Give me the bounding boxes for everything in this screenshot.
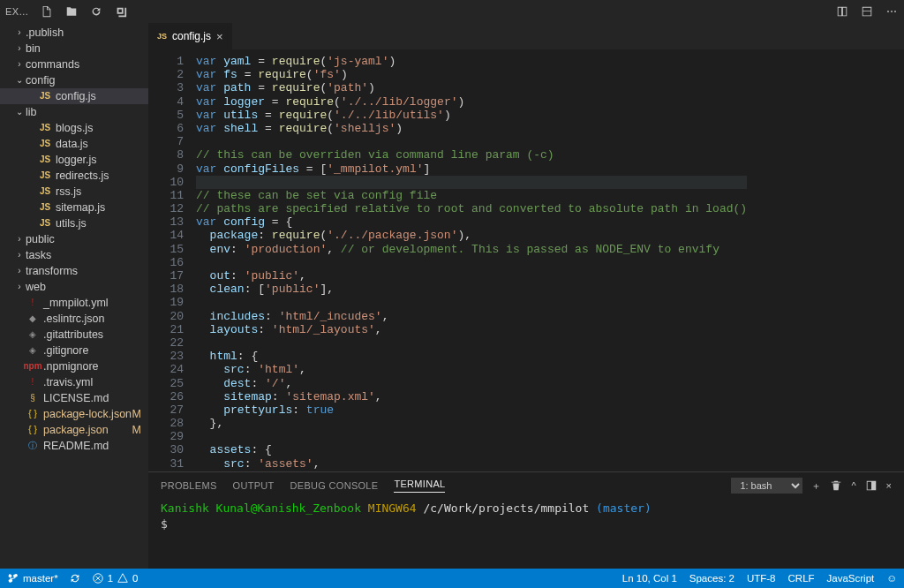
terminal-shell-select[interactable]: 1: bash [731,478,802,494]
code-line[interactable]: dest: '/', [196,377,747,390]
git-branch[interactable]: master* [7,572,58,584]
file-package-lock-json[interactable]: { }package-lock.jsonM [0,406,148,422]
feedback-icon[interactable]: ☺ [886,573,897,584]
code-line[interactable]: var path = require('path') [196,81,747,94]
tab-problems[interactable]: PROBLEMS [161,480,217,491]
cursor-position[interactable]: Ln 10, Col 1 [622,573,677,584]
folder-public[interactable]: ›public [0,231,148,247]
code-line[interactable]: var yaml = require('js-yaml') [196,55,747,68]
code-line[interactable]: src: 'html', [196,363,747,376]
file-explorer[interactable]: ›.publish›bin›commands⌄configJSconfig.js… [0,23,148,569]
tab-debug-console[interactable]: DEBUG CONSOLE [290,480,379,491]
code-line[interactable] [196,336,747,350]
file-redirects-js[interactable]: JSredirects.js [0,168,148,184]
maximize-panel-icon[interactable]: ^ [851,480,855,491]
code-line[interactable] [196,135,747,148]
code-line[interactable]: package: require('./../package.json'), [196,229,747,242]
split-editor-icon[interactable] [835,4,849,19]
language-mode[interactable]: JavaScript [827,573,875,584]
code-line[interactable]: layouts: 'html/_layouts', [196,323,747,336]
file--eslintrc-json[interactable]: ◆.eslintrc.json [0,311,148,327]
sync-icon[interactable] [69,572,81,584]
code-line[interactable]: dest: '/' [196,471,747,471]
code-line[interactable] [196,176,747,189]
code-line[interactable]: }, [196,417,747,430]
new-file-icon[interactable] [40,4,54,19]
code-line[interactable] [196,256,747,269]
folder-commands[interactable]: ›commands [0,57,148,72]
more-icon[interactable]: ⋯ [885,4,899,19]
file--mmpilot-yml[interactable]: !_mmpilot.yml [0,295,148,311]
folder-lib[interactable]: ⌄lib [0,104,148,120]
code-line[interactable]: prettyurls: true [196,403,747,417]
json-icon: ◆ [26,312,40,326]
code-line[interactable]: var shell = require('shelljs') [196,122,747,135]
code-line[interactable]: env: 'production', // or development. Th… [196,243,747,256]
code-line[interactable] [196,430,747,443]
code-line[interactable]: // these can be set via config file [196,189,747,202]
file-utils-js[interactable]: JSutils.js [0,215,148,231]
file-package-json[interactable]: { }package.jsonM [0,422,148,438]
npm-icon: npm [26,359,40,373]
item-label: .travis.yml [43,374,93,390]
terminal-body[interactable]: Kanishk Kunal@Kanishk_Zenbook MINGW64 /c… [148,499,904,569]
item-label: LICENSE.md [43,390,109,406]
code-content[interactable]: var yaml = require('js-yaml')var fs = re… [196,49,747,471]
folder-web[interactable]: ›web [0,279,148,295]
code-line[interactable]: var utils = require('./../lib/utils') [196,109,747,122]
file--npmignore[interactable]: npm.npmignore [0,358,148,374]
encoding[interactable]: UTF-8 [747,573,776,584]
file--travis-yml[interactable]: !.travis.yml [0,374,148,390]
line-number: 3 [148,81,184,94]
kill-terminal-icon[interactable] [830,479,842,492]
code-line[interactable]: out: 'public', [196,269,747,283]
eol[interactable]: CRLF [788,573,815,584]
item-label: .gitattributes [43,327,103,343]
file--gitignore[interactable]: ◈.gitignore [0,343,148,358]
code-line[interactable]: var fs = require('fs') [196,68,747,81]
file-readme-md[interactable]: ⓘREADME.md [0,438,148,454]
tab-config-js[interactable]: JS config.js × [148,23,232,49]
code-line[interactable] [196,296,747,309]
line-number: 24 [148,363,184,376]
folder-config[interactable]: ⌄config [0,72,148,88]
code-line[interactable]: // this can be overriden via command lin… [196,148,747,162]
code-line[interactable]: // paths are specified relative to root … [196,202,747,215]
code-line[interactable]: includes: 'html/_incudes', [196,310,747,323]
editor-layout-icon[interactable] [860,4,874,19]
errors-warnings[interactable]: 1 0 [92,572,139,584]
file-license-md[interactable]: §LICENSE.md [0,390,148,406]
code-editor[interactable]: 1234567891011121314151617181920212223242… [148,49,904,471]
tab-output[interactable]: OUTPUT [233,480,275,491]
folder--publish[interactable]: ›.publish [0,25,148,41]
file-data-js[interactable]: JSdata.js [0,136,148,152]
folder-bin[interactable]: ›bin [0,41,148,57]
code-line[interactable]: var logger = require('./../lib/logger') [196,95,747,109]
code-line[interactable]: sitemap: 'sitemap.xml', [196,390,747,403]
new-terminal-icon[interactable]: ＋ [811,479,821,493]
close-icon[interactable]: × [216,30,223,43]
file-rss-js[interactable]: JSrss.js [0,184,148,200]
code-line[interactable]: var config = { [196,215,747,229]
indentation[interactable]: Spaces: 2 [689,573,734,584]
file-logger-js[interactable]: JSlogger.js [0,152,148,168]
folder-tasks[interactable]: ›tasks [0,247,148,263]
chevron-icon: › [14,25,25,41]
new-folder-icon[interactable] [64,4,79,19]
toggle-panel-icon[interactable] [865,479,878,492]
close-panel-icon[interactable]: × [886,480,892,491]
collapse-all-icon[interactable] [114,4,128,19]
file-config-js[interactable]: JSconfig.js [0,88,148,104]
refresh-icon[interactable] [89,4,103,19]
folder-transforms[interactable]: ›transforms [0,263,148,279]
file--gitattributes[interactable]: ◈.gitattributes [0,327,148,343]
code-line[interactable]: src: 'assets', [196,457,747,471]
code-line[interactable]: clean: ['public'], [196,283,747,296]
code-line[interactable]: assets: { [196,443,747,456]
code-line[interactable]: html: { [196,350,747,363]
code-line[interactable]: var configFiles = ['_mmpilot.yml'] [196,162,747,176]
file-blogs-js[interactable]: JSblogs.js [0,120,148,136]
file-sitemap-js[interactable]: JSsitemap.js [0,200,148,215]
js-icon: JS [38,200,52,215]
tab-terminal[interactable]: TERMINAL [394,479,445,493]
